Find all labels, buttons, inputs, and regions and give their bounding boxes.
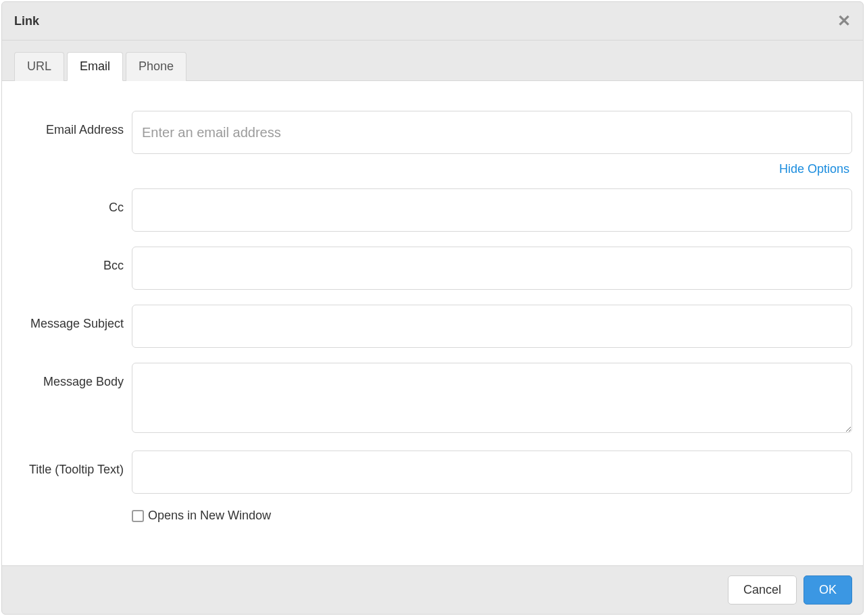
row-body: Message Body [13,363,852,436]
hide-options-link[interactable]: Hide Options [779,162,849,176]
tab-bar: URL Email Phone [2,41,863,80]
dialog-header: Link ✕ [2,2,863,41]
new-window-checkbox[interactable] [132,510,144,522]
email-address-input[interactable] [132,111,852,154]
new-window-checkbox-row: Opens in New Window [132,509,852,523]
label-body: Message Body [13,363,132,389]
bcc-input[interactable] [132,247,852,290]
row-email-address: Email Address [13,111,852,154]
tab-url[interactable]: URL [14,52,64,81]
dialog-content: Email Address Hide Options Cc Bcc Messag… [2,80,863,565]
new-window-label[interactable]: Opens in New Window [148,509,271,523]
row-title-tooltip: Title (Tooltip Text) [13,451,852,494]
row-bcc: Bcc [13,247,852,290]
title-tooltip-input[interactable] [132,451,852,494]
label-spacer [13,509,132,521]
tab-phone[interactable]: Phone [126,52,187,81]
row-subject: Message Subject [13,305,852,348]
label-email-address: Email Address [13,111,132,137]
ok-button[interactable]: OK [804,575,852,605]
label-title-tooltip: Title (Tooltip Text) [13,451,132,477]
tab-email[interactable]: Email [67,52,123,81]
link-dialog: Link ✕ URL Email Phone Email Address Hid… [1,1,864,615]
row-cc: Cc [13,188,852,232]
toggle-options-row: Hide Options [13,162,852,188]
label-cc: Cc [13,188,132,215]
close-icon[interactable]: ✕ [837,13,851,29]
cc-input[interactable] [132,188,852,232]
row-new-window: Opens in New Window [13,509,852,523]
subject-input[interactable] [132,305,852,348]
dialog-title: Link [14,14,39,28]
label-bcc: Bcc [13,247,132,273]
body-textarea[interactable] [132,363,852,433]
label-subject: Message Subject [13,305,132,331]
cancel-button[interactable]: Cancel [728,575,797,605]
dialog-footer: Cancel OK [2,565,863,614]
